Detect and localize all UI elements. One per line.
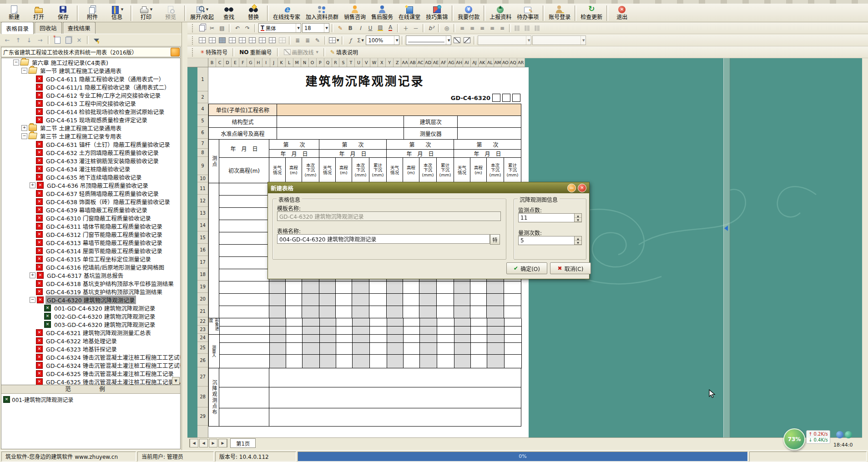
column-header[interactable]: D	[224, 58, 232, 67]
spin-down-icon[interactable]: ▼	[575, 241, 581, 245]
sheet-cell[interactable]	[471, 343, 487, 355]
underline-icon[interactable]: U	[366, 24, 375, 33]
toolbar-grip[interactable]	[192, 24, 194, 32]
row-header[interactable]: 25	[197, 342, 208, 354]
collapse-icon[interactable]: −	[21, 68, 27, 74]
sheet-cell[interactable]	[404, 326, 420, 335]
fill-note-button[interactable]: ✎ 填表说明	[328, 47, 361, 57]
sheet-cell[interactable]	[277, 128, 404, 140]
sheet-cell[interactable]	[454, 318, 471, 326]
column-header[interactable]: L	[286, 58, 293, 67]
sheet-cell[interactable]	[286, 294, 302, 306]
sheet-cell[interactable]	[505, 355, 522, 368]
panel-splitter[interactable]	[723, 58, 730, 437]
sheet-cell[interactable]	[303, 335, 320, 343]
tree-item[interactable]: GD-C4-613 工程中间交接验收记录	[1, 99, 180, 107]
align-center-icon[interactable]: ≡	[468, 24, 477, 33]
tree-item[interactable]: GD-C4-6321 建筑物沉降观测测量汇总表	[1, 328, 180, 336]
column-header[interactable]: O	[309, 58, 317, 67]
font-color-icon[interactable]: A	[386, 24, 395, 33]
toolbar-grip[interactable]	[192, 36, 194, 45]
tree-item[interactable]: GD-C4-637 轻质隔墙隐蔽工程质量验收记录	[1, 189, 180, 197]
toolbar-grip[interactable]	[192, 48, 194, 56]
after-sales-button[interactable]: 售后服务	[368, 2, 396, 22]
font-name-select[interactable]: T 黑体 ▼	[258, 23, 301, 33]
format-brush-icon[interactable]: ✎	[313, 36, 322, 45]
form-name-input[interactable]: 004-GD-C4-6320 建筑物沉降观测记录	[277, 234, 490, 244]
sheet-cell[interactable]	[219, 269, 269, 281]
row-header[interactable]: 13	[197, 207, 208, 219]
sheet-cell[interactable]	[302, 281, 319, 294]
sheet-cell[interactable]	[269, 368, 521, 387]
select-table-icon[interactable]: ▼	[328, 36, 339, 45]
nav-left-icon[interactable]: ←	[3, 35, 12, 45]
dialog-titlebar[interactable]: 新建表格 — ✕	[268, 182, 589, 193]
column-header[interactable]: Y	[386, 58, 394, 67]
sheet-cell[interactable]	[369, 306, 387, 318]
row-header[interactable]: 10	[197, 175, 208, 182]
row-header[interactable]: 28	[197, 387, 208, 407]
column-header[interactable]: AK	[479, 58, 486, 67]
minimize-icon[interactable]: —	[567, 184, 576, 192]
sheet-cell[interactable]	[220, 326, 270, 335]
sheet-cell[interactable]	[387, 281, 403, 294]
tips-button[interactable]: 技巧集锦	[423, 2, 450, 22]
tree-item[interactable]: −第三节 土建工程施工记录专用表	[1, 132, 180, 140]
sheet-cell[interactable]	[454, 335, 471, 343]
check-update-button[interactable]: 检查更新	[578, 2, 605, 22]
tree-item[interactable]: GD-C4-6311 墙体节能隐蔽工程质量验收记录	[1, 222, 180, 230]
sheet-cell[interactable]	[437, 343, 454, 355]
nav-right-icon[interactable]: →	[35, 35, 45, 45]
sheet-cell[interactable]	[209, 183, 219, 318]
expand-icon[interactable]: +	[21, 125, 27, 131]
row-header[interactable]: 18	[197, 268, 208, 281]
insert-function-icon[interactable]: ƒ	[346, 36, 355, 45]
fill-color-icon[interactable]: ▨	[376, 24, 385, 33]
column-header[interactable]: M	[293, 58, 301, 67]
sheet-cell[interactable]	[370, 326, 387, 335]
sidebar-tab-2[interactable]: 回收站	[35, 22, 62, 34]
sheet-cell[interactable]	[437, 318, 454, 326]
row-header[interactable]: 27	[197, 367, 208, 387]
sheet-cell[interactable]	[219, 232, 269, 245]
sheet-cell[interactable]	[219, 257, 269, 269]
sheet-cell[interactable]	[458, 128, 521, 140]
tree-item[interactable]: 002-GD-C4-6320 建筑物沉降观测记录	[1, 312, 180, 320]
sheet-cell[interactable]	[286, 281, 302, 294]
ok-button[interactable]: ✔ 确定(O)	[506, 262, 547, 274]
sheet-cell[interactable]	[504, 306, 521, 318]
tree-item[interactable]: GD-C4-612 专业工种/工序之间交接验收记录	[1, 91, 180, 99]
align-justify-icon[interactable]: ≡	[488, 24, 497, 33]
sheet-cell[interactable]	[269, 281, 286, 294]
sheet-cell[interactable]	[286, 326, 303, 335]
sheet-cell[interactable]	[319, 281, 336, 294]
print-button[interactable]: ▼打印	[134, 2, 158, 22]
redo-icon[interactable]: ↷	[243, 24, 252, 33]
column-header[interactable]: AL	[486, 58, 494, 67]
sheet-cell[interactable]	[336, 294, 352, 306]
sheet-cell[interactable]	[505, 335, 522, 343]
tree-item[interactable]: GD-C4-615 现场观感质量检查评定记录	[1, 116, 180, 124]
strike-line-button[interactable]: 画删改线▼	[281, 47, 321, 57]
expand-icon[interactable]: +	[30, 272, 35, 278]
sheet-cell[interactable]	[320, 318, 336, 326]
expand-collapse-button[interactable]: ▼展开/收起	[187, 2, 217, 22]
empty-combo-2[interactable]: ▼	[532, 35, 586, 45]
sheet-cell[interactable]	[353, 335, 370, 343]
column-header[interactable]: J	[270, 58, 278, 67]
sheet-cell[interactable]	[320, 355, 336, 368]
cell-format-icon[interactable]	[267, 36, 277, 45]
sheet-cell[interactable]	[437, 306, 454, 318]
column-header[interactable]: C	[216, 58, 224, 67]
online-expert-button[interactable]: 在线找专家	[270, 2, 303, 22]
dropdown-arrow-icon[interactable]: ▼	[121, 8, 123, 11]
empty-combo-1[interactable]: ▼	[478, 35, 531, 45]
tree-item[interactable]: 003-GD-C4-6320 建筑物沉降观测记录	[1, 320, 180, 328]
times-spinner[interactable]: 5 ▲▼	[518, 236, 582, 245]
tree-scroll-down-icon[interactable]: ▼	[172, 377, 180, 385]
sheet-cell[interactable]	[454, 294, 470, 306]
sheet-cell[interactable]	[470, 281, 487, 294]
code-box[interactable]	[492, 94, 500, 102]
tree-item[interactable]: GD-C4-6318 基坑支护结构顶部水平位移监测结果	[1, 279, 180, 287]
column-header[interactable]: AE	[432, 58, 440, 67]
